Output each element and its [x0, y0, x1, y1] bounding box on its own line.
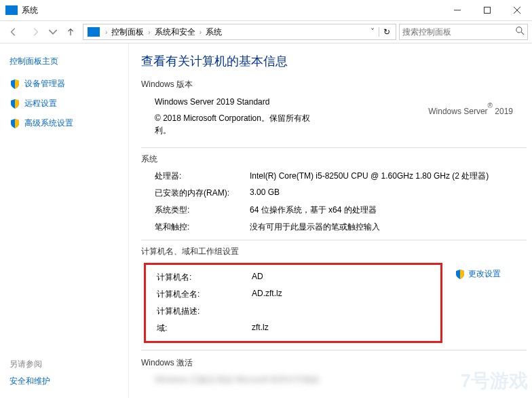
value: AD — [252, 272, 440, 283]
titlebar: 系统 — [0, 0, 532, 20]
breadcrumb-item[interactable]: 系统和安全 — [153, 26, 197, 38]
value: 没有可用于此显示器的笔或触控输入 — [250, 221, 527, 233]
close-button[interactable] — [502, 0, 532, 20]
computer-row: 域:zft.lz — [146, 323, 440, 334]
sidebar-item-advanced-settings[interactable]: 高级系统设置 — [10, 117, 119, 129]
activation-blurred: Windows 已激活 阅读 Microsoft 软件许可条款 — [141, 374, 527, 386]
recent-button[interactable] — [48, 22, 58, 41]
search-box[interactable] — [399, 24, 528, 40]
system-row: 处理器:Intel(R) Core(TM) i5-8250U CPU @ 1.6… — [141, 170, 527, 182]
sidebar-item-device-manager[interactable]: 设备管理器 — [10, 78, 119, 90]
section-activation: Windows 激活 — [141, 357, 527, 369]
related-section: 另请参阅 安全和维护 — [10, 359, 50, 387]
value: 3.00 GB — [250, 187, 527, 199]
value: 64 位操作系统，基于 x64 的处理器 — [250, 204, 527, 216]
search-icon[interactable] — [516, 26, 525, 37]
content: 查看有关计算机的基本信息 Windows 版本 Windows Server 2… — [129, 43, 532, 398]
edition-name: Windows Server 2019 Standard — [155, 96, 318, 108]
up-button[interactable] — [61, 22, 80, 41]
forward-button[interactable] — [26, 22, 45, 41]
label: 已安装的内存(RAM): — [155, 187, 250, 199]
highlight-box: 计算机名:AD 计算机全名:AD.zft.lz 计算机描述: 域:zft.lz — [144, 263, 442, 343]
section-computer-name: 计算机名、域和工作组设置 — [141, 246, 527, 257]
back-button[interactable] — [4, 22, 23, 41]
value: zft.lz — [252, 323, 440, 334]
svg-line-5 — [521, 32, 524, 35]
minimize-button[interactable] — [442, 0, 472, 20]
label: 笔和触控: — [155, 221, 250, 233]
sidebar-item-label: 高级系统设置 — [24, 117, 73, 129]
value: AD.zft.lz — [252, 289, 440, 300]
navbar: › 控制面板 › 系统和安全 › 系统 ˅ ↻ — [0, 20, 532, 43]
section-windows-edition: Windows 版本 — [141, 79, 527, 90]
label: 域: — [157, 323, 252, 334]
label: 处理器: — [155, 170, 250, 182]
window-controls — [442, 0, 532, 20]
change-settings-label: 更改设置 — [468, 268, 501, 280]
chevron-right-icon: › — [145, 29, 153, 36]
breadcrumb-item[interactable]: 控制面板 — [110, 26, 145, 38]
edition-copyright: © 2018 Microsoft Corporation。保留所有权利。 — [155, 112, 318, 137]
chevron-right-icon: › — [197, 29, 204, 36]
shield-icon — [10, 98, 20, 109]
shield-icon — [455, 269, 466, 280]
search-input[interactable] — [402, 27, 516, 37]
change-settings-link[interactable]: 更改设置 — [455, 268, 501, 280]
sidebar: 控制面板主页 设备管理器 远程设置 高级系统设置 另请参阅 安全和维护 — [0, 43, 129, 398]
value: Intel(R) Core(TM) i5-8250U CPU @ 1.60GHz… — [250, 170, 527, 182]
system-row: 已安装的内存(RAM):3.00 GB — [141, 187, 527, 199]
sidebar-item-label: 远程设置 — [24, 98, 57, 109]
computer-row: 计算机全名:AD.zft.lz — [146, 289, 440, 300]
refresh-icon[interactable]: ↻ — [379, 27, 394, 37]
computer-row: 计算机描述: — [146, 306, 440, 317]
related-heading: 另请参阅 — [10, 359, 50, 370]
section-system: 系统 — [141, 153, 527, 165]
app-icon — [5, 5, 18, 15]
control-panel-home-link[interactable]: 控制面板主页 — [10, 56, 119, 67]
svg-rect-1 — [484, 7, 491, 14]
related-link-label: 安全和维护 — [10, 376, 50, 387]
edition-info: Windows Server 2019 Standard © 2018 Micr… — [141, 96, 318, 141]
sidebar-item-label: 设备管理器 — [24, 78, 65, 90]
value — [252, 306, 440, 317]
breadcrumb[interactable]: › 控制面板 › 系统和安全 › 系统 ˅ ↻ — [83, 24, 396, 40]
label: 系统类型: — [155, 204, 250, 216]
page-heading: 查看有关计算机的基本信息 — [141, 53, 527, 69]
svg-point-4 — [516, 27, 522, 33]
label: 计算机描述: — [157, 306, 252, 317]
label: 计算机名: — [157, 272, 252, 283]
computer-row: 计算机名:AD — [146, 272, 440, 283]
brand-logo: Windows Server® 2019 — [428, 96, 513, 118]
dropdown-icon[interactable]: ˅ — [366, 27, 379, 37]
body: 控制面板主页 设备管理器 远程设置 高级系统设置 另请参阅 安全和维护 查看有关… — [0, 43, 532, 398]
sidebar-item-remote-settings[interactable]: 远程设置 — [10, 98, 119, 109]
system-row: 系统类型:64 位操作系统，基于 x64 的处理器 — [141, 204, 527, 216]
window-title: 系统 — [22, 5, 38, 16]
shield-icon — [10, 118, 20, 129]
shield-icon — [10, 79, 20, 90]
breadcrumb-icon — [88, 27, 100, 37]
breadcrumb-item[interactable]: 系统 — [204, 26, 223, 38]
system-row: 笔和触控:没有可用于此显示器的笔或触控输入 — [141, 221, 527, 233]
label: 计算机全名: — [157, 289, 252, 300]
maximize-button[interactable] — [472, 0, 502, 20]
related-link-security[interactable]: 安全和维护 — [10, 376, 50, 387]
chevron-right-icon: › — [102, 29, 110, 36]
edition-row: Windows Server 2019 Standard © 2018 Micr… — [141, 96, 527, 141]
